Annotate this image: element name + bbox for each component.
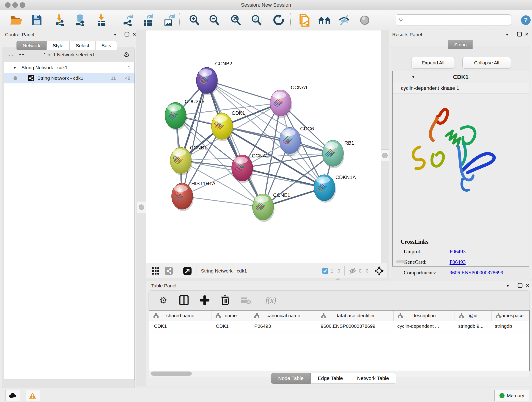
edge-HIST1H1A-CCNE1[interactable]	[182, 196, 263, 207]
left-splitter-handle[interactable]	[137, 201, 146, 213]
gene-card: ▼ CDK1 cyclin-dependent kinase 1 CrossLi…	[392, 71, 529, 267]
column-header-database-identifier[interactable]: database identifier	[317, 311, 394, 321]
gene-card-header[interactable]: ▼ CDK1	[393, 71, 529, 83]
card-scrollbar-thumb[interactable]	[396, 260, 406, 263]
tab-select[interactable]: Select	[70, 41, 95, 50]
tab-node-table[interactable]: Node Table	[271, 373, 311, 384]
node-CCNA1[interactable]: CCNA1	[270, 85, 308, 118]
birdseye-view-icon[interactable]	[164, 265, 174, 277]
crosslink-link[interactable]: P06493	[450, 249, 466, 254]
import-network-database-icon[interactable]	[73, 13, 87, 27]
save-session-icon[interactable]	[30, 13, 44, 27]
node-CCNB2[interactable]: CCNB2	[196, 61, 232, 95]
crosslink-label: GeneCard:	[404, 259, 450, 265]
refresh-layout-icon[interactable]	[272, 13, 285, 27]
column-header-canonical-name[interactable]: canonical name	[250, 311, 317, 321]
cell-description[interactable]: cyclin-dependent ...	[393, 321, 454, 331]
open-session-icon[interactable]	[10, 13, 23, 27]
panel-menu-icon[interactable]: ▾	[506, 32, 508, 37]
memory-button[interactable]: Memory	[494, 390, 529, 401]
collapse-all-button[interactable]: Collapse All	[462, 57, 511, 69]
node-RB1[interactable]: RB1	[322, 140, 354, 168]
delete-icon[interactable]	[219, 294, 231, 306]
crosslink-row: Compartments:9606.ENSP00000378699	[404, 268, 503, 278]
add-column-icon[interactable]	[199, 294, 210, 306]
export-network-icon[interactable]	[121, 13, 135, 27]
column-header-namespace[interactable]: namespace	[492, 311, 530, 321]
delete-table-icon[interactable]	[240, 294, 252, 306]
split-columns-icon[interactable]	[178, 294, 190, 306]
network-row[interactable]: String Network - cdk1 11 48	[4, 73, 134, 83]
column-header-name[interactable]: name	[211, 311, 250, 321]
cell-database-identifier[interactable]: 9606.ENSP00000378699	[316, 321, 393, 331]
zoom-out-icon[interactable]	[208, 13, 221, 27]
gene-expander-icon[interactable]: ▼	[412, 75, 415, 79]
cell-name[interactable]: CDK1	[211, 321, 250, 331]
tab-edge-table[interactable]: Edge Table	[311, 373, 350, 384]
tab-string[interactable]: String	[448, 40, 473, 49]
cloud-status-button[interactable]	[5, 390, 20, 401]
edge-CCNB2-HIST1H1A[interactable]	[182, 80, 207, 196]
open-in-new-window-icon[interactable]	[182, 265, 192, 277]
enrichment-eye-icon[interactable]	[337, 13, 351, 27]
collection-expander-icon[interactable]: ▼	[13, 66, 17, 70]
column-header-@id[interactable]: @id	[455, 311, 492, 321]
network-collection-row[interactable]: ▼ String Network - cdk1 1	[4, 62, 134, 73]
sphere-icon[interactable]	[358, 13, 371, 27]
grid-view-icon[interactable]	[151, 265, 161, 277]
close-panel-icon[interactable]: ✕	[133, 32, 136, 37]
table-hscrollbar-thumb[interactable]	[151, 371, 192, 376]
import-table-icon[interactable]	[95, 13, 108, 27]
table-row[interactable]: CDK1CDK1P064939606.ENSP00000378699cyclin…	[149, 321, 529, 332]
node-HIST1H1A[interactable]: HIST1H1A	[172, 181, 215, 211]
float-panel-icon[interactable]	[124, 32, 130, 37]
selected-checkbox-icon[interactable]	[322, 268, 328, 274]
cell-namespace[interactable]: stringdb	[490, 321, 529, 331]
crosslink-link[interactable]: P06493	[450, 259, 466, 265]
search-input[interactable]: ⚲	[396, 14, 511, 26]
tab-network[interactable]: Network	[17, 41, 46, 50]
function-icon[interactable]: f(x)	[260, 294, 281, 306]
column-header-description[interactable]: description	[394, 311, 455, 321]
node-CDKN1A[interactable]: CDKN1A	[314, 174, 356, 203]
node-CCNB1[interactable]: CCNB1	[170, 145, 207, 175]
zoom-in-icon[interactable]	[188, 13, 201, 27]
node-CDC6[interactable]: CDC6	[279, 126, 314, 155]
network-canvas[interactable]: CCNB2CCNA1CDC25BCDK1CDC6RB1CCNB1CCNA2CDK…	[146, 31, 381, 263]
warning-button[interactable]	[25, 390, 40, 401]
crosslink-link[interactable]: 9606.ENSP00000378699	[450, 270, 503, 275]
expand-all-button[interactable]: Expand All	[411, 57, 455, 69]
edge-CCNB2-CCNE1[interactable]	[207, 80, 263, 207]
close-panel-icon[interactable]: ✕	[525, 32, 529, 37]
panel-menu-icon[interactable]: ▾	[507, 283, 509, 288]
cell-canonical-name[interactable]: P06493	[250, 321, 316, 331]
gear-icon[interactable]: ⚙	[157, 294, 169, 306]
clone-network-icon[interactable]	[298, 13, 311, 27]
close-panel-icon[interactable]: ✕	[526, 283, 530, 288]
column-header-shared-name[interactable]: shared name	[149, 311, 211, 321]
string-home-icon[interactable]	[318, 13, 331, 27]
tab-network-table[interactable]: Network Table	[350, 373, 396, 384]
horizontal-splitter-handle[interactable]	[335, 278, 341, 281]
zoom-fit-icon[interactable]	[229, 13, 242, 27]
fit-selected-crosshair-icon[interactable]	[374, 266, 385, 276]
tab-sets[interactable]: Sets	[95, 41, 117, 50]
help-icon[interactable]: ?	[519, 13, 532, 27]
hidden-eye-icon[interactable]	[349, 268, 356, 274]
export-image-icon[interactable]	[163, 13, 176, 27]
gear-icon[interactable]: ⚙	[123, 51, 130, 59]
table-header-row: shared namenamecanonical namedatabase id…	[149, 311, 529, 321]
panel-menu-icon[interactable]: ▾	[114, 32, 116, 37]
right-splitter-handle[interactable]	[380, 149, 389, 161]
float-panel-icon[interactable]	[517, 283, 523, 288]
export-table-icon[interactable]	[141, 13, 155, 27]
node-CCNE1[interactable]: CCNE1	[253, 192, 290, 222]
tab-style[interactable]: Style	[46, 41, 70, 50]
edge-CDK1-RB1[interactable]	[222, 126, 333, 153]
cell-@id[interactable]: stringdb:9...	[454, 321, 490, 331]
collection-label: String Network - cdk1	[22, 65, 68, 70]
float-panel-icon[interactable]	[517, 32, 522, 37]
cell-shared-name[interactable]: CDK1	[149, 321, 211, 331]
node-table[interactable]: shared namenamecanonical namedatabase id…	[149, 310, 530, 371]
import-network-file-icon[interactable]	[54, 13, 67, 27]
